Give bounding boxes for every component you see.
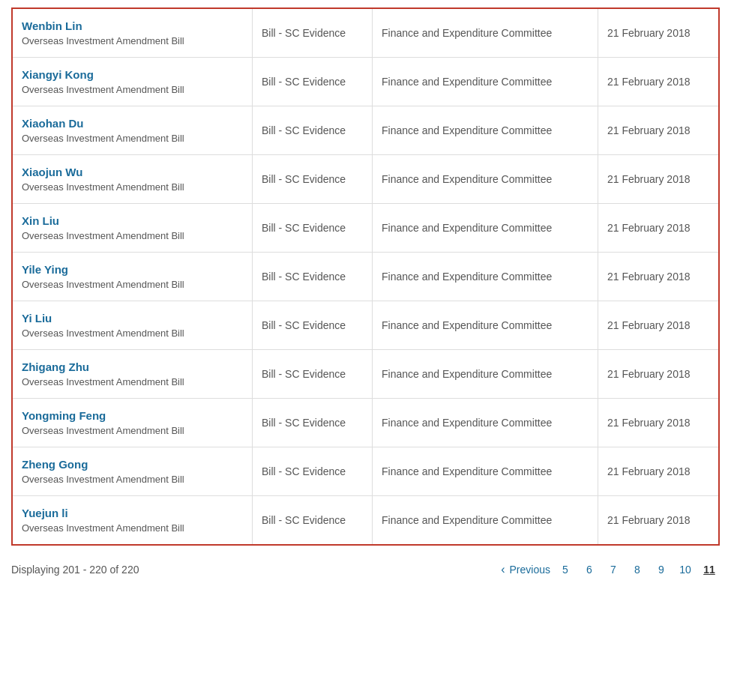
col-date-8: 21 February 2018 [598,399,718,447]
col-name-2: Xiaohan Du Overseas Investment Amendment… [13,106,253,154]
pagination-bar: Displaying 201 - 220 of 220 ‹ Previous 5… [0,546,731,594]
col-type-7: Bill - SC Evidence [253,350,373,398]
bill-name: Overseas Investment Amendment Bill [22,35,243,46]
person-name[interactable]: Xiangyi Kong [22,68,243,81]
page-button-9[interactable]: 9 [651,559,672,580]
person-name[interactable]: Xiaojun Wu [22,166,243,178]
col-committee-1: Finance and Expenditure Committee [373,58,598,106]
page-button-5[interactable]: 5 [555,559,576,580]
col-type-9: Bill - SC Evidence [253,447,373,495]
bill-name: Overseas Investment Amendment Bill [22,328,243,339]
col-name-7: Zhigang Zhu Overseas Investment Amendmen… [13,350,253,398]
person-name[interactable]: Zheng Gong [22,458,243,471]
col-date-4: 21 February 2018 [598,204,718,252]
main-container: Wenbin Lin Overseas Investment Amendment… [0,7,731,700]
person-name[interactable]: Xin Liu [22,214,243,227]
col-type-0: Bill - SC Evidence [253,9,373,57]
bill-name: Overseas Investment Amendment Bill [22,133,243,144]
display-count: Displaying 201 - 220 of 220 [11,564,139,576]
table-row[interactable]: Xiaojun Wu Overseas Investment Amendment… [13,155,718,204]
table-row[interactable]: Yongming Feng Overseas Investment Amendm… [13,399,718,447]
col-committee-3: Finance and Expenditure Committee [373,155,598,203]
col-committee-5: Finance and Expenditure Committee [373,253,598,301]
bill-name: Overseas Investment Amendment Bill [22,84,243,95]
table-row[interactable]: Yuejun li Overseas Investment Amendment … [13,496,718,544]
col-date-0: 21 February 2018 [598,9,718,57]
results-table: Wenbin Lin Overseas Investment Amendment… [11,7,720,546]
col-committee-10: Finance and Expenditure Committee [373,496,598,544]
col-type-5: Bill - SC Evidence [253,253,373,301]
bill-name: Overseas Investment Amendment Bill [22,279,243,290]
pagination-controls: ‹ Previous 567891011 [501,559,720,580]
col-date-1: 21 February 2018 [598,58,718,106]
col-date-2: 21 February 2018 [598,106,718,154]
col-type-8: Bill - SC Evidence [253,399,373,447]
col-type-3: Bill - SC Evidence [253,155,373,203]
bill-name: Overseas Investment Amendment Bill [22,474,243,485]
col-type-2: Bill - SC Evidence [253,106,373,154]
previous-button[interactable]: Previous [510,564,550,576]
col-date-5: 21 February 2018 [598,253,718,301]
col-name-3: Xiaojun Wu Overseas Investment Amendment… [13,155,253,203]
person-name[interactable]: Yuejun li [22,507,243,519]
person-name[interactable]: Yongming Feng [22,409,243,422]
col-date-3: 21 February 2018 [598,155,718,203]
table-row[interactable]: Xin Liu Overseas Investment Amendment Bi… [13,204,718,253]
table-row[interactable]: Xiangyi Kong Overseas Investment Amendme… [13,58,718,106]
person-name[interactable]: Xiaohan Du [22,117,243,130]
col-type-10: Bill - SC Evidence [253,496,373,544]
col-name-9: Zheng Gong Overseas Investment Amendment… [13,447,253,495]
table-row[interactable]: Xiaohan Du Overseas Investment Amendment… [13,106,718,155]
bill-name: Overseas Investment Amendment Bill [22,425,243,436]
col-name-6: Yi Liu Overseas Investment Amendment Bil… [13,301,253,349]
col-type-1: Bill - SC Evidence [253,58,373,106]
page-button-10[interactable]: 10 [675,559,696,580]
table-row[interactable]: Wenbin Lin Overseas Investment Amendment… [13,9,718,58]
col-committee-4: Finance and Expenditure Committee [373,204,598,252]
table-row[interactable]: Zheng Gong Overseas Investment Amendment… [13,447,718,496]
page-button-11[interactable]: 11 [699,559,720,580]
col-committee-8: Finance and Expenditure Committee [373,399,598,447]
col-name-10: Yuejun li Overseas Investment Amendment … [13,496,253,544]
col-committee-9: Finance and Expenditure Committee [373,447,598,495]
page-button-7[interactable]: 7 [603,559,624,580]
page-button-6[interactable]: 6 [579,559,600,580]
chevron-left-icon: ‹ [501,563,505,576]
bill-name: Overseas Investment Amendment Bill [22,522,243,534]
bill-name: Overseas Investment Amendment Bill [22,181,243,193]
col-date-7: 21 February 2018 [598,350,718,398]
col-name-4: Xin Liu Overseas Investment Amendment Bi… [13,204,253,252]
col-name-0: Wenbin Lin Overseas Investment Amendment… [13,9,253,57]
table-row[interactable]: Yile Ying Overseas Investment Amendment … [13,253,718,301]
page-button-8[interactable]: 8 [627,559,648,580]
col-committee-7: Finance and Expenditure Committee [373,350,598,398]
person-name[interactable]: Zhigang Zhu [22,360,243,373]
bill-name: Overseas Investment Amendment Bill [22,376,243,387]
col-type-4: Bill - SC Evidence [253,204,373,252]
person-name[interactable]: Yile Ying [22,263,243,276]
col-date-10: 21 February 2018 [598,496,718,544]
col-name-5: Yile Ying Overseas Investment Amendment … [13,253,253,301]
table-row[interactable]: Zhigang Zhu Overseas Investment Amendmen… [13,350,718,399]
col-committee-2: Finance and Expenditure Committee [373,106,598,154]
person-name[interactable]: Yi Liu [22,312,243,325]
col-date-9: 21 February 2018 [598,447,718,495]
col-name-1: Xiangyi Kong Overseas Investment Amendme… [13,58,253,106]
bill-name: Overseas Investment Amendment Bill [22,230,243,241]
col-committee-0: Finance and Expenditure Committee [373,9,598,57]
table-row[interactable]: Yi Liu Overseas Investment Amendment Bil… [13,301,718,350]
col-committee-6: Finance and Expenditure Committee [373,301,598,349]
person-name[interactable]: Wenbin Lin [22,19,243,32]
col-name-8: Yongming Feng Overseas Investment Amendm… [13,399,253,447]
col-type-6: Bill - SC Evidence [253,301,373,349]
col-date-6: 21 February 2018 [598,301,718,349]
